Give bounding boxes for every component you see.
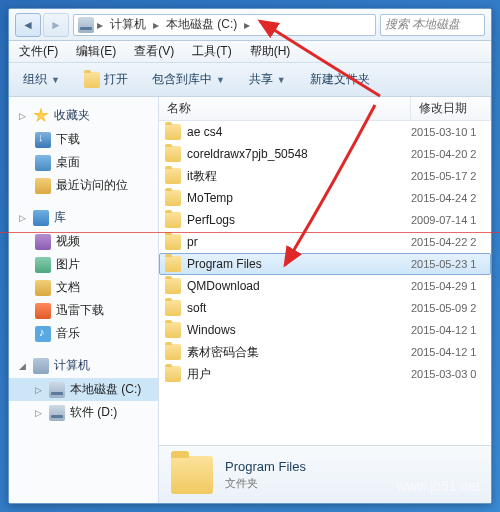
file-name: ae cs4: [187, 125, 222, 139]
folder-icon: [165, 344, 181, 360]
folder-icon: [165, 146, 181, 162]
folder-icon: [165, 234, 181, 250]
breadcrumb-drive[interactable]: 本地磁盘 (C:): [162, 16, 241, 33]
address-bar: ◄ ► ▸ 计算机 ▸ 本地磁盘 (C:) ▸ 搜索 本地磁盘: [9, 9, 491, 41]
file-date: 2015-04-12 1: [411, 346, 485, 358]
folder-icon: [165, 190, 181, 206]
file-row[interactable]: 用户2015-03-03 0: [159, 363, 491, 385]
folder-icon: [165, 322, 181, 338]
document-icon: [35, 280, 51, 296]
sidebar-item-downloads[interactable]: 下载: [9, 128, 158, 151]
nav-back-button[interactable]: ◄: [15, 13, 41, 37]
drive-icon: [49, 382, 65, 398]
library-icon: [33, 210, 49, 226]
file-name: 素材密码合集: [187, 344, 259, 361]
details-pane: Program Files 文件夹: [159, 445, 491, 503]
menu-file[interactable]: 文件(F): [15, 41, 62, 62]
file-date: 2009-07-14 1: [411, 214, 485, 226]
chevron-right-icon: ▸: [243, 18, 251, 32]
file-date: 2015-04-12 1: [411, 324, 485, 336]
file-row[interactable]: pr2015-04-22 2: [159, 231, 491, 253]
file-date: 2015-05-09 2: [411, 302, 485, 314]
file-row[interactable]: 素材密码合集2015-04-12 1: [159, 341, 491, 363]
column-name[interactable]: 名称: [159, 97, 411, 120]
breadcrumb-computer[interactable]: 计算机: [106, 16, 150, 33]
file-date: 2015-05-17 2: [411, 170, 485, 182]
download-icon: [35, 132, 51, 148]
file-row[interactable]: coreldrawx7pjb_505482015-04-20 2: [159, 143, 491, 165]
file-date: 2015-04-22 2: [411, 236, 485, 248]
menu-edit[interactable]: 编辑(E): [72, 41, 120, 62]
open-button[interactable]: 打开: [78, 68, 134, 91]
include-library-button[interactable]: 包含到库中▼: [146, 68, 231, 91]
menu-view[interactable]: 查看(V): [130, 41, 178, 62]
details-name: Program Files: [225, 459, 306, 474]
desktop-icon: [35, 155, 51, 171]
file-name: 用户: [187, 366, 211, 383]
chevron-right-icon: ▸: [96, 18, 104, 32]
sidebar-item-thunder[interactable]: 迅雷下载: [9, 299, 158, 322]
star-icon: [33, 108, 49, 124]
file-name: Windows: [187, 323, 236, 337]
folder-icon: [165, 278, 181, 294]
menu-tools[interactable]: 工具(T): [188, 41, 235, 62]
file-date: 2015-03-03 0: [411, 368, 485, 380]
search-input[interactable]: 搜索 本地磁盘: [380, 14, 485, 36]
folder-icon: [165, 168, 181, 184]
folder-icon: [165, 300, 181, 316]
sidebar-item-drive-c[interactable]: ▷本地磁盘 (C:): [9, 378, 158, 401]
menu-help[interactable]: 帮助(H): [246, 41, 295, 62]
sidebar-item-drive-d[interactable]: ▷软件 (D:): [9, 401, 158, 424]
menu-bar: 文件(F) 编辑(E) 查看(V) 工具(T) 帮助(H): [9, 41, 491, 63]
file-row[interactable]: Windows2015-04-12 1: [159, 319, 491, 341]
file-date: 2015-04-29 1: [411, 280, 485, 292]
chevron-right-icon: ▸: [152, 18, 160, 32]
picture-icon: [35, 257, 51, 273]
toolbar: 组织▼ 打开 包含到库中▼ 共享▼ 新建文件夹: [9, 63, 491, 97]
breadcrumb[interactable]: ▸ 计算机 ▸ 本地磁盘 (C:) ▸: [73, 14, 376, 36]
file-row[interactable]: Program Files2015-05-23 1: [159, 253, 491, 275]
sidebar-favorites-header[interactable]: ▷收藏夹: [9, 103, 158, 128]
organize-button[interactable]: 组织▼: [17, 68, 66, 91]
video-icon: [35, 234, 51, 250]
share-button[interactable]: 共享▼: [243, 68, 292, 91]
drive-icon: [78, 17, 94, 33]
file-row[interactable]: PerfLogs2009-07-14 1: [159, 209, 491, 231]
file-date: 2015-03-10 1: [411, 126, 485, 138]
sidebar-computer-header[interactable]: ◢计算机: [9, 353, 158, 378]
file-name: Program Files: [187, 257, 262, 271]
sidebar: ▷收藏夹 下载 桌面 最近访问的位 ▷库 视频 图片 文档 迅雷下载 音乐 ◢计…: [9, 97, 159, 503]
file-row[interactable]: ae cs42015-03-10 1: [159, 121, 491, 143]
folder-icon-large: [171, 456, 213, 494]
file-name: PerfLogs: [187, 213, 235, 227]
recent-icon: [35, 178, 51, 194]
folder-icon: [165, 256, 181, 272]
sidebar-item-desktop[interactable]: 桌面: [9, 151, 158, 174]
sidebar-item-music[interactable]: 音乐: [9, 322, 158, 345]
sidebar-libraries-header[interactable]: ▷库: [9, 205, 158, 230]
file-name: pr: [187, 235, 198, 249]
file-date: 2015-05-23 1: [411, 258, 485, 270]
sidebar-item-videos[interactable]: 视频: [9, 230, 158, 253]
folder-icon: [165, 212, 181, 228]
file-row[interactable]: MoTemp2015-04-24 2: [159, 187, 491, 209]
nav-forward-button[interactable]: ►: [43, 13, 69, 37]
file-name: MoTemp: [187, 191, 233, 205]
sidebar-item-documents[interactable]: 文档: [9, 276, 158, 299]
file-row[interactable]: soft2015-05-09 2: [159, 297, 491, 319]
file-name: coreldrawx7pjb_50548: [187, 147, 308, 161]
file-row[interactable]: it教程2015-05-17 2: [159, 165, 491, 187]
new-folder-button[interactable]: 新建文件夹: [304, 68, 376, 91]
sidebar-item-recent[interactable]: 最近访问的位: [9, 174, 158, 197]
folder-icon: [84, 72, 100, 88]
file-list: ae cs42015-03-10 1coreldrawx7pjb_5054820…: [159, 121, 491, 445]
drive-icon: [49, 405, 65, 421]
column-date[interactable]: 修改日期: [411, 97, 491, 120]
annotation-line: [0, 232, 500, 233]
folder-icon: [165, 366, 181, 382]
file-row[interactable]: QMDownload2015-04-29 1: [159, 275, 491, 297]
sidebar-item-pictures[interactable]: 图片: [9, 253, 158, 276]
thunder-icon: [35, 303, 51, 319]
file-date: 2015-04-24 2: [411, 192, 485, 204]
music-icon: [35, 326, 51, 342]
